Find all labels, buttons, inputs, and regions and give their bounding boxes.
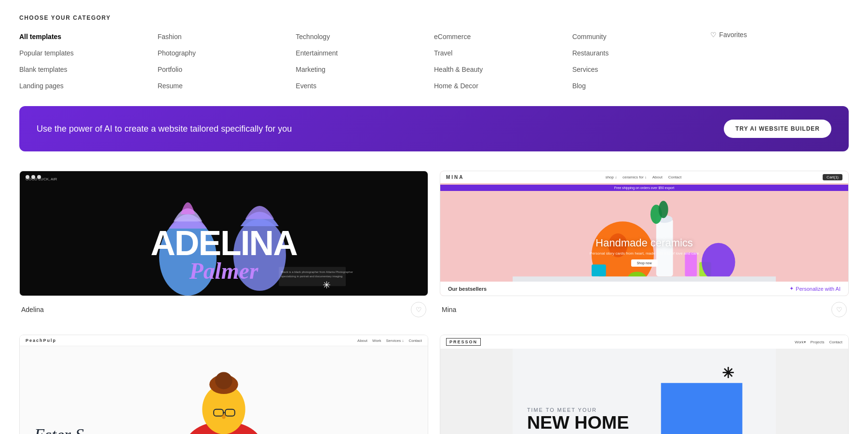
mina-cart-button[interactable]: Cart(1)	[823, 174, 842, 180]
sidebar-item-landing-pages[interactable]: Landing pages	[19, 80, 158, 92]
ester-name-overlay: Ester S.	[34, 425, 88, 434]
sidebar-item-community[interactable]: Community	[572, 31, 711, 42]
sidebar-item-fashion[interactable]: Fashion	[158, 31, 296, 42]
sidebar-item-services[interactable]: Services	[572, 64, 711, 75]
svg-text:✳: ✳	[722, 365, 734, 381]
template-card-mina: MINA shop ↓ ceramics for ↓ About Contact…	[440, 171, 849, 323]
svg-point-14	[659, 201, 668, 218]
categories-grid: All templates Popular templates Blank te…	[19, 31, 849, 92]
mina-header-nav: shop ↓ ceramics for ↓ About Contact	[605, 175, 681, 179]
category-col-4: Community Restaurants Services Blog	[572, 31, 711, 92]
ester-nav: About Work Services ↓ Contact	[357, 339, 422, 343]
favorite-button-mina[interactable]: ♡	[831, 302, 847, 317]
ester-nav-work: Work	[372, 339, 381, 343]
category-col-2: Technology Entertainment Marketing Event…	[296, 31, 434, 92]
template-preview-ester[interactable]: PeachPulp About Work Services ↓ Contact	[19, 335, 428, 434]
svg-text:✳: ✳	[323, 280, 331, 290]
ester-logo: PeachPulp	[26, 338, 56, 343]
sidebar-item-portfolio[interactable]: Portfolio	[158, 64, 296, 75]
mina-bestsellers-bar: Our bestsellers ✦ Personalize with AI	[440, 282, 848, 296]
ester-nav-services: Services ↓	[386, 339, 404, 343]
nav-shop: shop ↓	[605, 175, 617, 179]
template-card-presson: PRESSON Work▾ Projects Contact ✳ TIME TO	[440, 335, 849, 434]
category-col-1: Fashion Photography Portfolio Resume	[158, 31, 296, 92]
mina-shop-button[interactable]: Shop now	[631, 259, 657, 267]
svg-text:ADELINA: ADELINA	[150, 224, 297, 262]
favorite-button-adelina[interactable]: ♡	[411, 302, 426, 317]
sidebar-item-photography[interactable]: Photography	[158, 47, 296, 59]
sidebar-item-blog[interactable]: Blog	[572, 80, 711, 92]
template-name-adelina: Adelina	[21, 306, 44, 313]
mina-hero-subtitle: Personal story cards from heart, made wi…	[590, 251, 699, 256]
nav-contact: Contact	[668, 175, 682, 179]
sidebar-item-all-templates[interactable]: All templates	[19, 31, 158, 42]
ester-nav-about: About	[357, 339, 367, 343]
svg-text:Palmer: Palmer	[189, 258, 258, 284]
template-card-adelina: GOOD LUCK, AIR ADELINA Palmer	[19, 171, 428, 323]
ester-nav-contact: Contact	[408, 339, 422, 343]
ai-banner: Use the power of AI to create a website …	[19, 106, 849, 151]
template-footer-adelina: Adelina ♡	[19, 296, 428, 323]
section-title: CHOOSE YOUR CATEGORY	[19, 14, 849, 21]
mina-hero-text: Handmade ceramics Personal story cards f…	[590, 237, 699, 267]
presson-scene-svg: ✳ TIME TO MEET YOUR NEW HOME	[440, 335, 848, 434]
sidebar-item-travel[interactable]: Travel	[434, 47, 572, 59]
presson-logo: PRESSON	[446, 338, 481, 346]
svg-text:Black is a black photographer : Black is a black photographer from Atlan…	[281, 271, 353, 273]
ester-header: PeachPulp About Work Services ↓ Contact	[20, 335, 428, 346]
presson-header: PRESSON Work▾ Projects Contact	[440, 335, 848, 349]
svg-point-25	[215, 372, 232, 389]
template-preview-presson[interactable]: PRESSON Work▾ Projects Contact ✳ TIME TO	[440, 335, 849, 434]
sidebar-item-favorites[interactable]: ♡ Favorites	[710, 31, 849, 39]
templates-grid: GOOD LUCK, AIR ADELINA Palmer	[19, 171, 849, 434]
presson-nav-contact: Contact	[829, 340, 842, 344]
presson-nav-projects: Projects	[811, 340, 825, 344]
template-preview-mina[interactable]: MINA shop ↓ ceramics for ↓ About Contact…	[440, 171, 849, 296]
sidebar-item-home-decor[interactable]: Home & Decor	[434, 80, 572, 92]
svg-text:NEW HOME: NEW HOME	[527, 412, 629, 433]
category-col-0: All templates Popular templates Blank te…	[19, 31, 158, 92]
template-preview-adelina[interactable]: GOOD LUCK, AIR ADELINA Palmer	[19, 171, 428, 296]
adelina-scene-svg: ADELINA Palmer Black is a black photogra…	[20, 171, 428, 296]
presson-nav-work: Work▾	[795, 340, 806, 344]
svg-point-18	[702, 243, 735, 281]
heart-icon: ♡	[710, 31, 717, 39]
ester-scene-svg	[20, 335, 428, 434]
presson-nav: Work▾ Projects Contact	[795, 340, 842, 344]
nav-ceramics: ceramics for ↓	[623, 175, 647, 179]
ai-banner-text: Use the power of AI to create a website …	[37, 124, 292, 134]
svg-text:specializing in portrait and d: specializing in portrait and documentary…	[281, 275, 342, 278]
sidebar-item-marketing[interactable]: Marketing	[296, 64, 434, 75]
template-card-ester: PeachPulp About Work Services ↓ Contact	[19, 335, 428, 434]
mina-bestsellers-text: Our bestsellers	[448, 286, 487, 292]
category-col-3: eCommerce Travel Health & Beauty Home & …	[434, 31, 572, 92]
mina-header-logo: MINA	[446, 175, 464, 180]
sparkle-icon: ✦	[789, 285, 794, 292]
favorites-label: Favorites	[719, 31, 747, 39]
mina-promo-bar: Free shipping on orders over $50 export	[440, 185, 848, 191]
page-wrapper: CHOOSE YOUR CATEGORY All templates Popul…	[0, 0, 868, 434]
mina-header: MINA shop ↓ ceramics for ↓ About Contact…	[440, 171, 848, 183]
nav-about: About	[652, 175, 663, 179]
ai-website-builder-button[interactable]: TRY AI WEBSITE BUILDER	[724, 120, 831, 138]
sidebar-item-entertainment[interactable]: Entertainment	[296, 47, 434, 59]
sidebar-item-popular-templates[interactable]: Popular templates	[19, 47, 158, 59]
sidebar-item-restaurants[interactable]: Restaurants	[572, 47, 711, 59]
sidebar-item-technology[interactable]: Technology	[296, 31, 434, 42]
sidebar-item-ecommerce[interactable]: eCommerce	[434, 31, 572, 42]
mina-hero-title: Handmade ceramics	[590, 237, 699, 249]
personalize-badge[interactable]: ✦ Personalize with AI	[789, 285, 841, 292]
sidebar-item-blank-templates[interactable]: Blank templates	[19, 64, 158, 75]
sidebar-item-health-beauty[interactable]: Health & Beauty	[434, 64, 572, 75]
personalize-label: Personalize with AI	[796, 286, 841, 292]
sidebar-item-events[interactable]: Events	[296, 80, 434, 92]
template-footer-mina: Mina ♡	[440, 296, 849, 323]
svg-rect-31	[661, 383, 743, 434]
svg-point-29	[222, 414, 226, 419]
sidebar-item-resume[interactable]: Resume	[158, 80, 296, 92]
category-col-5: ♡ Favorites	[710, 31, 849, 92]
template-name-mina: Mina	[442, 306, 456, 313]
